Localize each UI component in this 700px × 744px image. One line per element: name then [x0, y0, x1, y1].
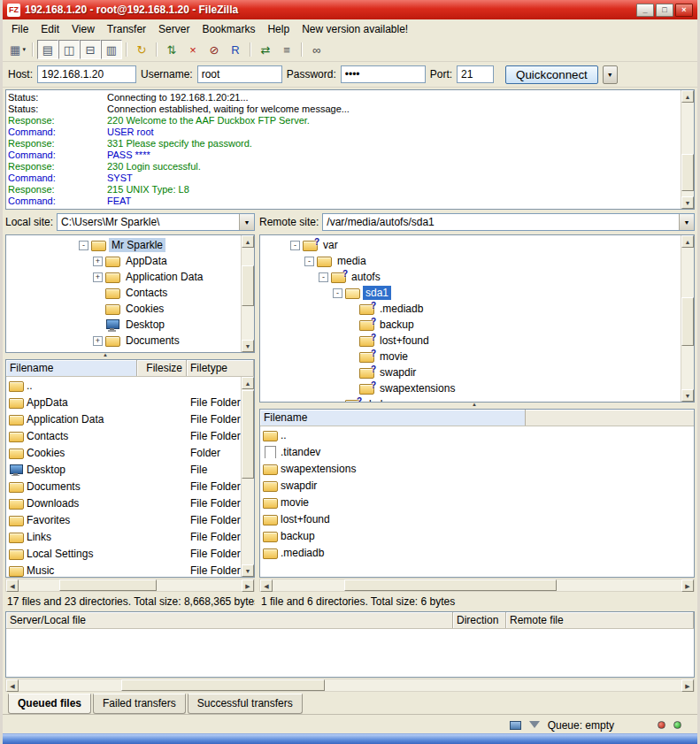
scroll-left-button[interactable]: ◀ — [6, 579, 19, 592]
local-list-hscrollbar[interactable]: ◀ ▶ — [5, 579, 255, 592]
local-site-combo[interactable]: C:\Users\Mr Sparkle\ ▼ — [57, 213, 255, 231]
expander-icon[interactable]: + — [93, 336, 103, 346]
synchronized-browsing-button[interactable]: ≡ — [276, 40, 297, 59]
scroll-right-button[interactable]: ▶ — [242, 579, 254, 592]
file-row[interactable]: backup — [260, 527, 694, 544]
local-list-scrollbar[interactable]: ▲ ▼ — [241, 377, 254, 577]
remote-list-hscrollbar[interactable]: ◀ ▶ — [259, 579, 695, 592]
menu-item[interactable]: New version available! — [296, 20, 414, 38]
splitter-collapse-icon[interactable]: ▲ — [103, 352, 108, 358]
log-scrollbar[interactable]: ▲ ▼ — [681, 90, 694, 209]
maximize-button[interactable]: □ — [656, 4, 673, 17]
toggle-message-log-button[interactable]: ▤ — [37, 40, 58, 59]
tree-item[interactable]: swapdir — [262, 364, 680, 380]
expander-icon[interactable]: - — [304, 257, 314, 266]
scroll-left-button[interactable]: ◀ — [260, 579, 273, 592]
directory-filter-icon[interactable] — [529, 721, 540, 728]
file-row[interactable]: Contacts File Folder — [6, 427, 254, 444]
scroll-up-button[interactable]: ▲ — [681, 235, 694, 248]
file-row[interactable]: AppData File Folder — [6, 394, 254, 410]
menu-item[interactable]: Bookmarks — [196, 20, 261, 38]
scroll-up-button[interactable]: ▲ — [242, 377, 254, 389]
tree-item[interactable]: .mediadb — [262, 301, 680, 317]
tree-item[interactable]: - media — [262, 253, 680, 269]
scrollbar-thumb[interactable] — [681, 154, 694, 191]
scrollbar-thumb[interactable] — [59, 579, 157, 591]
directory-comparison-button[interactable]: ⇄ — [255, 40, 276, 59]
quickconnect-dropdown-button[interactable]: ▼ — [603, 65, 618, 84]
tree-item[interactable]: - Mr Sparkle — [8, 237, 240, 253]
scrollbar-thumb[interactable] — [344, 579, 557, 591]
username-input[interactable] — [197, 65, 282, 83]
toggle-remote-tree-button[interactable]: ⊟ — [80, 40, 101, 59]
queue-tab[interactable]: Successful transfers — [188, 694, 303, 714]
cancel-operation-button[interactable]: × — [182, 40, 204, 59]
tree-item[interactable]: + Application Data — [8, 269, 240, 285]
file-row[interactable]: Desktop File — [6, 461, 254, 478]
combo-dropdown-icon[interactable]: ▼ — [239, 214, 254, 230]
file-row[interactable]: movie — [260, 494, 694, 510]
column-header-local-file[interactable]: Server/Local file — [6, 612, 453, 628]
column-header-filetype[interactable]: Filetype — [187, 360, 254, 376]
scrollbar-thumb[interactable] — [242, 390, 254, 479]
file-row[interactable]: Cookies Folder — [6, 444, 254, 461]
scroll-down-button[interactable]: ▼ — [681, 196, 694, 209]
remote-splitter[interactable]: ▲ — [259, 403, 695, 409]
tree-item[interactable]: Cookies — [8, 301, 240, 317]
scrollbar-thumb[interactable] — [121, 679, 325, 691]
site-manager-button[interactable]: ▦ ▾ — [7, 40, 28, 59]
file-row[interactable]: Favorites File Folder — [6, 511, 254, 528]
tree-item[interactable]: - sda1 — [262, 285, 680, 301]
menu-item[interactable]: Edit — [35, 20, 65, 38]
expander-icon[interactable]: - — [290, 241, 300, 250]
remote-tree-scrollbar[interactable]: ▲ ▼ — [681, 235, 694, 402]
remote-site-combo[interactable]: /var/media/autofs/sda1 ▼ — [322, 213, 695, 231]
file-row[interactable]: .. — [260, 426, 694, 443]
toggle-queue-button[interactable]: ▥ — [101, 40, 122, 59]
quickconnect-button[interactable]: Quickconnect — [505, 65, 598, 84]
menu-item[interactable]: Help — [261, 20, 296, 38]
minimize-button[interactable]: _ — [636, 4, 654, 17]
tree-item[interactable]: - autofs — [262, 269, 680, 285]
file-row[interactable]: .. — [6, 377, 254, 394]
scroll-right-button[interactable]: ▶ — [681, 579, 694, 592]
scroll-down-button[interactable]: ▼ — [242, 564, 254, 577]
tree-item[interactable]: dvd — [262, 396, 680, 403]
reconnect-button[interactable]: R — [225, 40, 246, 59]
tree-item[interactable]: - var — [262, 237, 680, 253]
scroll-up-button[interactable]: ▲ — [681, 90, 694, 103]
scroll-down-button[interactable]: ▼ — [681, 389, 694, 402]
file-row[interactable]: Local Settings File Folder — [6, 545, 254, 562]
expander-icon[interactable]: - — [79, 241, 88, 250]
file-row[interactable]: .mediadb — [260, 544, 694, 561]
scroll-right-button[interactable]: ▶ — [681, 679, 694, 692]
menu-item[interactable]: File — [5, 20, 35, 38]
disconnect-button[interactable]: ⊘ — [204, 40, 225, 59]
expander-icon[interactable]: - — [319, 272, 328, 282]
file-row[interactable]: lost+found — [260, 510, 694, 527]
menu-item[interactable]: View — [65, 20, 101, 38]
expander-icon[interactable]: - — [333, 288, 342, 298]
queue-tab[interactable]: Failed transfers — [93, 694, 186, 714]
tree-item[interactable]: + Documents — [8, 333, 240, 349]
scrollbar-thumb[interactable] — [242, 265, 254, 306]
column-header-direction[interactable]: Direction — [453, 612, 506, 628]
scroll-left-button[interactable]: ◀ — [6, 679, 19, 692]
splitter-collapse-icon[interactable]: ▲ — [472, 402, 477, 408]
host-input[interactable] — [37, 65, 136, 83]
title-bar[interactable]: FZ 192.168.1.20 - root@192.168.1.20 - Fi… — [3, 0, 697, 19]
toggle-local-tree-button[interactable]: ◫ — [58, 40, 80, 59]
column-header-filename[interactable]: Filename — [260, 410, 526, 426]
process-queue-button[interactable]: ⇅ — [161, 40, 182, 59]
close-button[interactable]: × — [675, 4, 693, 17]
scrollbar-thumb[interactable] — [681, 297, 694, 346]
column-header-remote-file[interactable]: Remote file — [506, 612, 694, 628]
file-row[interactable]: .titandev — [260, 443, 694, 460]
menu-item[interactable]: Transfer — [101, 20, 152, 38]
file-row[interactable]: swapdir — [260, 477, 694, 494]
tree-item[interactable]: lost+found — [262, 333, 680, 349]
combo-dropdown-icon[interactable]: ▼ — [679, 214, 694, 230]
scroll-up-button[interactable]: ▲ — [242, 235, 254, 248]
menu-item[interactable]: Server — [152, 20, 196, 38]
queue-tab[interactable]: Queued files — [8, 694, 91, 714]
